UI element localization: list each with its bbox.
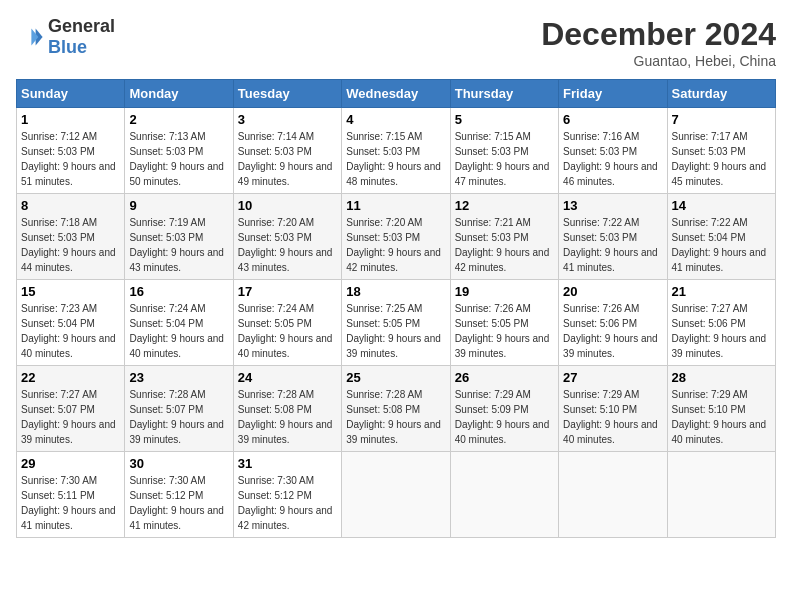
calendar-cell: 2 Sunrise: 7:13 AMSunset: 5:03 PMDayligh… — [125, 108, 233, 194]
day-info: Sunrise: 7:21 AMSunset: 5:03 PMDaylight:… — [455, 217, 550, 273]
day-info: Sunrise: 7:28 AMSunset: 5:08 PMDaylight:… — [346, 389, 441, 445]
calendar-cell: 27 Sunrise: 7:29 AMSunset: 5:10 PMDaylig… — [559, 366, 667, 452]
day-info: Sunrise: 7:30 AMSunset: 5:11 PMDaylight:… — [21, 475, 116, 531]
col-wednesday: Wednesday — [342, 80, 450, 108]
calendar-week-row: 1 Sunrise: 7:12 AMSunset: 5:03 PMDayligh… — [17, 108, 776, 194]
logo: General Blue — [16, 16, 115, 58]
day-info: Sunrise: 7:30 AMSunset: 5:12 PMDaylight:… — [129, 475, 224, 531]
calendar-cell: 16 Sunrise: 7:24 AMSunset: 5:04 PMDaylig… — [125, 280, 233, 366]
location: Guantao, Hebei, China — [541, 53, 776, 69]
calendar-cell: 25 Sunrise: 7:28 AMSunset: 5:08 PMDaylig… — [342, 366, 450, 452]
calendar-cell: 31 Sunrise: 7:30 AMSunset: 5:12 PMDaylig… — [233, 452, 341, 538]
day-info: Sunrise: 7:29 AMSunset: 5:10 PMDaylight:… — [563, 389, 658, 445]
day-number: 23 — [129, 370, 228, 385]
calendar-cell — [667, 452, 775, 538]
day-info: Sunrise: 7:22 AMSunset: 5:03 PMDaylight:… — [563, 217, 658, 273]
calendar-cell: 1 Sunrise: 7:12 AMSunset: 5:03 PMDayligh… — [17, 108, 125, 194]
day-number: 8 — [21, 198, 120, 213]
calendar-header-row: Sunday Monday Tuesday Wednesday Thursday… — [17, 80, 776, 108]
day-info: Sunrise: 7:28 AMSunset: 5:07 PMDaylight:… — [129, 389, 224, 445]
day-info: Sunrise: 7:14 AMSunset: 5:03 PMDaylight:… — [238, 131, 333, 187]
day-info: Sunrise: 7:15 AMSunset: 5:03 PMDaylight:… — [346, 131, 441, 187]
calendar-cell: 10 Sunrise: 7:20 AMSunset: 5:03 PMDaylig… — [233, 194, 341, 280]
calendar-cell: 7 Sunrise: 7:17 AMSunset: 5:03 PMDayligh… — [667, 108, 775, 194]
day-info: Sunrise: 7:24 AMSunset: 5:05 PMDaylight:… — [238, 303, 333, 359]
day-number: 19 — [455, 284, 554, 299]
day-info: Sunrise: 7:26 AMSunset: 5:05 PMDaylight:… — [455, 303, 550, 359]
calendar-week-row: 15 Sunrise: 7:23 AMSunset: 5:04 PMDaylig… — [17, 280, 776, 366]
day-number: 2 — [129, 112, 228, 127]
logo-general: General — [48, 16, 115, 36]
day-info: Sunrise: 7:13 AMSunset: 5:03 PMDaylight:… — [129, 131, 224, 187]
day-number: 5 — [455, 112, 554, 127]
day-number: 9 — [129, 198, 228, 213]
day-number: 15 — [21, 284, 120, 299]
calendar-cell: 26 Sunrise: 7:29 AMSunset: 5:09 PMDaylig… — [450, 366, 558, 452]
day-number: 21 — [672, 284, 771, 299]
day-info: Sunrise: 7:23 AMSunset: 5:04 PMDaylight:… — [21, 303, 116, 359]
day-info: Sunrise: 7:28 AMSunset: 5:08 PMDaylight:… — [238, 389, 333, 445]
day-number: 7 — [672, 112, 771, 127]
col-thursday: Thursday — [450, 80, 558, 108]
calendar-cell: 23 Sunrise: 7:28 AMSunset: 5:07 PMDaylig… — [125, 366, 233, 452]
month-year: December 2024 — [541, 16, 776, 53]
calendar-cell: 3 Sunrise: 7:14 AMSunset: 5:03 PMDayligh… — [233, 108, 341, 194]
day-number: 14 — [672, 198, 771, 213]
calendar-cell: 22 Sunrise: 7:27 AMSunset: 5:07 PMDaylig… — [17, 366, 125, 452]
calendar-cell: 5 Sunrise: 7:15 AMSunset: 5:03 PMDayligh… — [450, 108, 558, 194]
day-number: 11 — [346, 198, 445, 213]
calendar-week-row: 8 Sunrise: 7:18 AMSunset: 5:03 PMDayligh… — [17, 194, 776, 280]
day-number: 27 — [563, 370, 662, 385]
day-info: Sunrise: 7:29 AMSunset: 5:10 PMDaylight:… — [672, 389, 767, 445]
day-info: Sunrise: 7:20 AMSunset: 5:03 PMDaylight:… — [346, 217, 441, 273]
col-monday: Monday — [125, 80, 233, 108]
calendar-cell — [342, 452, 450, 538]
day-number: 24 — [238, 370, 337, 385]
day-number: 28 — [672, 370, 771, 385]
page-header: General Blue December 2024 Guantao, Hebe… — [16, 16, 776, 69]
calendar-table: Sunday Monday Tuesday Wednesday Thursday… — [16, 79, 776, 538]
calendar-cell: 19 Sunrise: 7:26 AMSunset: 5:05 PMDaylig… — [450, 280, 558, 366]
col-saturday: Saturday — [667, 80, 775, 108]
day-number: 17 — [238, 284, 337, 299]
day-number: 12 — [455, 198, 554, 213]
day-info: Sunrise: 7:19 AMSunset: 5:03 PMDaylight:… — [129, 217, 224, 273]
logo-blue: Blue — [48, 37, 87, 57]
calendar-cell: 4 Sunrise: 7:15 AMSunset: 5:03 PMDayligh… — [342, 108, 450, 194]
day-number: 16 — [129, 284, 228, 299]
calendar-cell: 11 Sunrise: 7:20 AMSunset: 5:03 PMDaylig… — [342, 194, 450, 280]
day-number: 10 — [238, 198, 337, 213]
calendar-cell: 8 Sunrise: 7:18 AMSunset: 5:03 PMDayligh… — [17, 194, 125, 280]
day-info: Sunrise: 7:18 AMSunset: 5:03 PMDaylight:… — [21, 217, 116, 273]
calendar-cell: 20 Sunrise: 7:26 AMSunset: 5:06 PMDaylig… — [559, 280, 667, 366]
day-number: 3 — [238, 112, 337, 127]
day-info: Sunrise: 7:29 AMSunset: 5:09 PMDaylight:… — [455, 389, 550, 445]
calendar-cell: 14 Sunrise: 7:22 AMSunset: 5:04 PMDaylig… — [667, 194, 775, 280]
calendar-cell: 29 Sunrise: 7:30 AMSunset: 5:11 PMDaylig… — [17, 452, 125, 538]
calendar-cell: 9 Sunrise: 7:19 AMSunset: 5:03 PMDayligh… — [125, 194, 233, 280]
day-info: Sunrise: 7:16 AMSunset: 5:03 PMDaylight:… — [563, 131, 658, 187]
calendar-cell: 6 Sunrise: 7:16 AMSunset: 5:03 PMDayligh… — [559, 108, 667, 194]
title-block: December 2024 Guantao, Hebei, China — [541, 16, 776, 69]
calendar-cell: 18 Sunrise: 7:25 AMSunset: 5:05 PMDaylig… — [342, 280, 450, 366]
calendar-cell: 24 Sunrise: 7:28 AMSunset: 5:08 PMDaylig… — [233, 366, 341, 452]
day-number: 6 — [563, 112, 662, 127]
day-info: Sunrise: 7:24 AMSunset: 5:04 PMDaylight:… — [129, 303, 224, 359]
calendar-cell: 28 Sunrise: 7:29 AMSunset: 5:10 PMDaylig… — [667, 366, 775, 452]
calendar-cell: 13 Sunrise: 7:22 AMSunset: 5:03 PMDaylig… — [559, 194, 667, 280]
calendar-week-row: 29 Sunrise: 7:30 AMSunset: 5:11 PMDaylig… — [17, 452, 776, 538]
day-info: Sunrise: 7:26 AMSunset: 5:06 PMDaylight:… — [563, 303, 658, 359]
col-tuesday: Tuesday — [233, 80, 341, 108]
day-number: 26 — [455, 370, 554, 385]
col-friday: Friday — [559, 80, 667, 108]
day-info: Sunrise: 7:30 AMSunset: 5:12 PMDaylight:… — [238, 475, 333, 531]
calendar-cell — [450, 452, 558, 538]
calendar-cell: 15 Sunrise: 7:23 AMSunset: 5:04 PMDaylig… — [17, 280, 125, 366]
calendar-week-row: 22 Sunrise: 7:27 AMSunset: 5:07 PMDaylig… — [17, 366, 776, 452]
day-info: Sunrise: 7:27 AMSunset: 5:07 PMDaylight:… — [21, 389, 116, 445]
day-number: 22 — [21, 370, 120, 385]
logo-icon — [16, 23, 44, 51]
calendar-cell: 12 Sunrise: 7:21 AMSunset: 5:03 PMDaylig… — [450, 194, 558, 280]
day-number: 13 — [563, 198, 662, 213]
day-number: 20 — [563, 284, 662, 299]
